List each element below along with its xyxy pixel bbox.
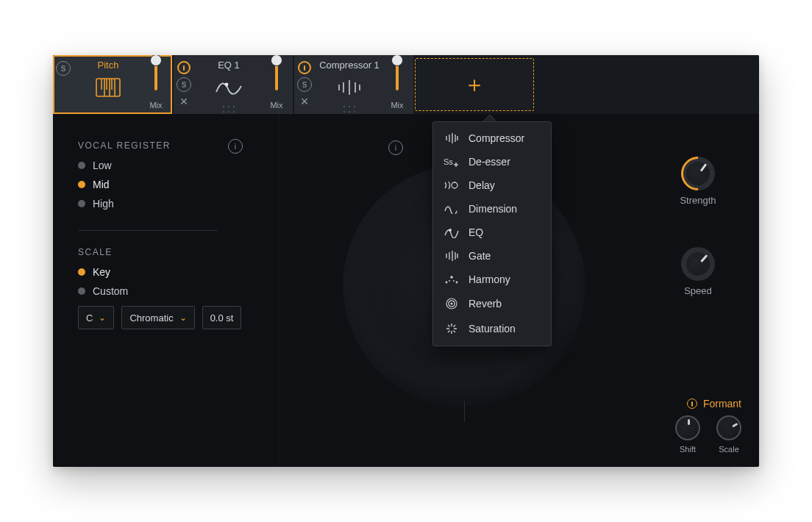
chevron-down-icon: ⌄	[179, 312, 187, 323]
reverb-icon	[444, 297, 460, 310]
close-icon[interactable]: ×	[180, 95, 188, 108]
module-eq1[interactable]: S × EQ 1 Mix	[174, 55, 293, 114]
power-button[interactable]	[687, 398, 697, 409]
dial-tick	[464, 401, 465, 421]
radio-high[interactable]: High	[78, 198, 260, 210]
menu-item-gate[interactable]: Gate	[433, 244, 551, 268]
speed-label: Speed	[681, 285, 715, 296]
module-pitch[interactable]: S Pitch Mix	[53, 55, 172, 114]
solo-button[interactable]: S	[297, 77, 312, 92]
app-window: S Pitch Mix	[53, 55, 759, 467]
eq-icon	[444, 226, 460, 238]
menu-item-reverb[interactable]: Reverb	[433, 291, 551, 316]
scale-dropdown[interactable]: Chromatic⌄	[121, 306, 194, 329]
menu-item-compressor[interactable]: Compressor	[433, 126, 551, 150]
menu-item-saturation[interactable]: Saturation	[433, 316, 551, 341]
scale-title: SCALE	[78, 247, 260, 257]
speed-knob[interactable]	[681, 247, 715, 281]
svg-point-4	[449, 229, 451, 231]
radio-low[interactable]: Low	[78, 160, 260, 171]
drag-handle-icon[interactable]	[343, 104, 356, 113]
scale-knob[interactable]	[716, 415, 741, 440]
svg-point-12	[450, 302, 452, 304]
dimension-icon	[444, 204, 460, 214]
svg-point-6	[450, 276, 453, 279]
left-panel: i VOCAL REGISTER Low Mid High SCALE Key …	[53, 114, 279, 467]
strength-knob[interactable]	[681, 157, 715, 190]
compressor-icon	[335, 74, 364, 101]
power-button[interactable]	[177, 61, 190, 74]
menu-item-de-esser[interactable]: Ss De-esser	[433, 150, 551, 174]
shift-knob[interactable]	[675, 415, 700, 440]
eq-icon	[213, 74, 244, 101]
drag-handle-icon[interactable]	[222, 104, 235, 113]
module-title: Pitch	[98, 60, 119, 71]
mix-label: Mix	[391, 101, 403, 110]
svg-point-5	[446, 282, 448, 284]
menu-item-harmony[interactable]: Harmony	[433, 268, 551, 291]
delay-icon	[444, 180, 460, 190]
mix-slider[interactable]	[154, 60, 157, 90]
add-module-button[interactable]: ＋	[415, 58, 534, 111]
mix-label: Mix	[149, 101, 162, 110]
radio-mid[interactable]: Mid	[78, 179, 260, 190]
body: i VOCAL REGISTER Low Mid High SCALE Key …	[53, 114, 759, 467]
module-title: Compressor 1	[319, 60, 380, 71]
menu-item-eq[interactable]: EQ	[433, 221, 551, 244]
add-module-menu: Compressor Ss De-esser Delay Dimension E…	[432, 121, 552, 346]
svg-point-3	[452, 182, 457, 188]
menu-item-delay[interactable]: Delay	[433, 174, 551, 197]
solo-button[interactable]: S	[177, 77, 191, 92]
radio-custom[interactable]: Custom	[78, 285, 260, 297]
svg-text:Ss: Ss	[444, 157, 453, 166]
strength-label: Strength	[680, 195, 716, 206]
root-dropdown[interactable]: C⌄	[78, 306, 114, 329]
svg-rect-0	[96, 79, 120, 96]
mix-slider[interactable]	[275, 60, 278, 90]
module-strip: S Pitch Mix	[53, 55, 759, 114]
mix-slider[interactable]	[396, 60, 399, 90]
gate-icon	[444, 250, 460, 262]
solo-button[interactable]: S	[56, 61, 71, 76]
menu-item-dimension[interactable]: Dimension	[433, 197, 551, 221]
power-button[interactable]	[298, 61, 311, 74]
chevron-down-icon: ⌄	[99, 312, 106, 323]
svg-point-8	[449, 280, 450, 282]
formant-header[interactable]: Formant	[687, 398, 741, 410]
right-panel: Strength Speed Formant Shift	[649, 114, 759, 467]
saturation-icon	[444, 322, 460, 335]
divider	[78, 230, 218, 231]
svg-point-1	[225, 83, 229, 87]
module-compressor1[interactable]: S × Compressor 1 Mix	[294, 55, 413, 114]
radio-key[interactable]: Key	[78, 266, 260, 278]
svg-point-9	[453, 280, 455, 282]
mix-label: Mix	[270, 101, 282, 110]
offset-field[interactable]: 0.0 st	[202, 306, 242, 329]
harmony-icon	[444, 274, 460, 285]
pitch-icon	[96, 74, 121, 101]
info-icon[interactable]: i	[388, 140, 403, 155]
shift-label: Shift	[675, 445, 700, 454]
compressor-icon	[444, 132, 460, 144]
scale-label: Scale	[716, 445, 741, 454]
info-icon[interactable]: i	[228, 139, 243, 154]
svg-point-7	[456, 282, 458, 284]
plus-icon: ＋	[463, 74, 485, 96]
module-title: EQ 1	[218, 60, 240, 71]
close-icon[interactable]: ×	[301, 95, 309, 108]
de-esser-icon: Ss	[444, 157, 460, 167]
